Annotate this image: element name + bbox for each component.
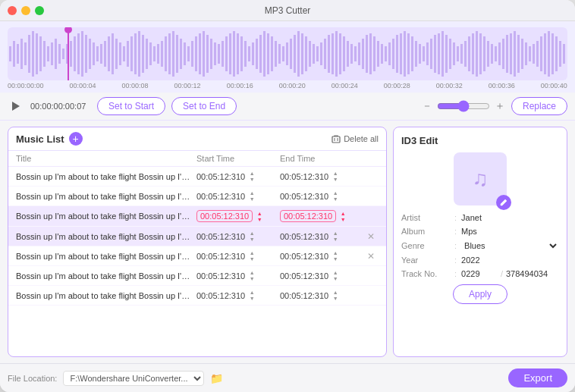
svg-rect-141	[544, 33, 546, 74]
set-to-end-button[interactable]: Set to End	[171, 97, 237, 115]
table-row[interactable]: Bossin up I'm about to take flight Bossi…	[8, 167, 386, 187]
svg-rect-79	[309, 41, 311, 67]
row-delete[interactable]: ✕	[363, 251, 379, 262]
start-spinner[interactable]: ▲▼	[248, 171, 256, 182]
svg-rect-26	[108, 36, 110, 71]
timeline: 00:00:00:00 00:00:04 00:00:08 00:00:12 0…	[8, 80, 567, 93]
zoom-out-icon[interactable]: －	[422, 99, 432, 113]
end-spinner[interactable]: ▲▼	[331, 250, 339, 262]
end-spinner[interactable]: ▲▼	[331, 290, 339, 301]
svg-rect-72	[282, 46, 284, 61]
svg-rect-30	[123, 46, 125, 61]
genre-select[interactable]: Blues Rock Pop Jazz Classical	[461, 240, 559, 251]
svg-rect-40	[161, 41, 163, 67]
svg-rect-132	[510, 33, 512, 74]
artist-input[interactable]	[461, 213, 566, 222]
export-button[interactable]: Export	[508, 368, 567, 387]
album-input[interactable]	[461, 227, 566, 236]
track-total-input[interactable]	[506, 269, 559, 278]
end-time-cell: 00:05:12:310 ▲▼	[280, 230, 363, 242]
svg-rect-101	[392, 39, 394, 69]
svg-rect-48	[191, 41, 193, 67]
play-button[interactable]	[8, 98, 24, 114]
svg-rect-20	[85, 35, 87, 73]
start-time-cell: 00:05:12:310 ▲▼	[196, 171, 280, 182]
waveform-container[interactable]	[8, 27, 567, 80]
maximize-button[interactable]	[35, 6, 44, 15]
file-location-label: File Location:	[8, 374, 57, 383]
main-content: Music List + Delete all Title Start Time…	[0, 121, 575, 363]
svg-rect-127	[491, 44, 493, 64]
start-spinner[interactable]: ▲▼	[248, 270, 256, 281]
table-row[interactable]: Bossin up I'm about to take flight Bossi…	[8, 206, 386, 227]
svg-rect-0	[9, 46, 11, 61]
row-title: Bossin up I'm about to take flight Bossi…	[16, 252, 196, 261]
svg-rect-138	[533, 44, 535, 64]
svg-rect-42	[168, 33, 171, 74]
svg-rect-73	[286, 42, 288, 65]
svg-rect-126	[487, 41, 489, 67]
file-path-dropdown[interactable]: F:\Wondershare UniConverter...	[63, 371, 204, 386]
year-input[interactable]	[461, 256, 566, 265]
replace-button[interactable]: Replace	[511, 97, 567, 115]
end-spinner[interactable]: ▲▼	[339, 211, 347, 222]
start-spinner[interactable]: ▲▼	[248, 190, 256, 202]
end-spinner[interactable]: ▲▼	[331, 230, 339, 242]
svg-rect-83	[324, 39, 326, 69]
close-button[interactable]	[8, 6, 17, 15]
svg-rect-114	[441, 31, 444, 77]
start-spinner[interactable]: ▲▼	[256, 211, 263, 222]
svg-rect-5	[28, 35, 30, 73]
end-time-cell: 00:05:12:310 ▲▼	[280, 290, 363, 301]
table-body: Bossin up I'm about to take flight Bossi…	[8, 167, 386, 356]
titlebar: MP3 Cutter	[0, 0, 575, 21]
svg-rect-1	[13, 41, 15, 67]
edit-icon	[500, 199, 507, 206]
start-spinner[interactable]: ▲▼	[248, 250, 256, 262]
start-time-cell: 00:05:12:310 ▲▼	[196, 250, 280, 262]
svg-rect-94	[366, 35, 368, 73]
album-art[interactable]: ♫	[454, 152, 507, 205]
table-row[interactable]: Bossin up I'm about to take flight Bossi…	[8, 227, 386, 246]
start-spinner[interactable]: ▲▼	[248, 230, 256, 242]
row-delete[interactable]: ✕	[363, 231, 379, 242]
delete-all-button[interactable]: Delete all	[331, 134, 379, 143]
apply-button[interactable]: Apply	[453, 284, 507, 304]
table-row[interactable]: Bossin up I'm about to take flight Bossi…	[8, 266, 386, 286]
zoom-in-icon[interactable]: ＋	[495, 99, 505, 113]
svg-rect-34	[138, 31, 140, 77]
table-row[interactable]: Bossin up I'm about to take flight Bossi…	[8, 286, 386, 306]
controls-bar: 00:00:00:00:07 Set to Start Set to End －…	[0, 93, 575, 121]
artist-label: Artist	[401, 213, 454, 222]
svg-rect-4	[24, 42, 27, 65]
svg-rect-139	[536, 41, 539, 67]
svg-rect-47	[187, 46, 190, 61]
minimize-button[interactable]	[21, 6, 30, 15]
folder-icon[interactable]: 📁	[210, 372, 223, 384]
start-spinner[interactable]: ▲▼	[248, 290, 256, 301]
end-spinner[interactable]: ▲▼	[331, 190, 339, 202]
svg-rect-77	[301, 33, 303, 74]
table-row[interactable]: Bossin up I'm about to take flight Bossi…	[8, 246, 386, 266]
svg-rect-142	[548, 31, 550, 77]
genre-label: Genre	[401, 241, 454, 250]
table-row[interactable]: Bossin up I'm about to take flight Bossi…	[8, 187, 386, 206]
svg-rect-36	[146, 39, 148, 69]
track-input[interactable]	[461, 269, 498, 278]
svg-rect-105	[407, 33, 410, 74]
svg-rect-75	[294, 35, 296, 73]
set-to-start-button[interactable]: Set to Start	[97, 97, 165, 115]
end-spinner[interactable]: ▲▼	[331, 171, 339, 182]
album-label: Album	[401, 227, 454, 236]
add-music-button[interactable]: +	[69, 132, 83, 146]
edit-art-button[interactable]	[496, 195, 511, 210]
waveform-svg	[8, 27, 567, 80]
svg-rect-62	[244, 41, 247, 67]
id3-genre-row: Genre : Blues Rock Pop Jazz Classical	[401, 240, 559, 251]
svg-rect-51	[203, 31, 205, 77]
svg-rect-76	[297, 31, 300, 77]
zoom-slider[interactable]	[437, 100, 490, 112]
end-spinner[interactable]: ▲▼	[331, 270, 339, 281]
svg-rect-87	[339, 33, 341, 74]
svg-rect-129	[498, 42, 501, 65]
